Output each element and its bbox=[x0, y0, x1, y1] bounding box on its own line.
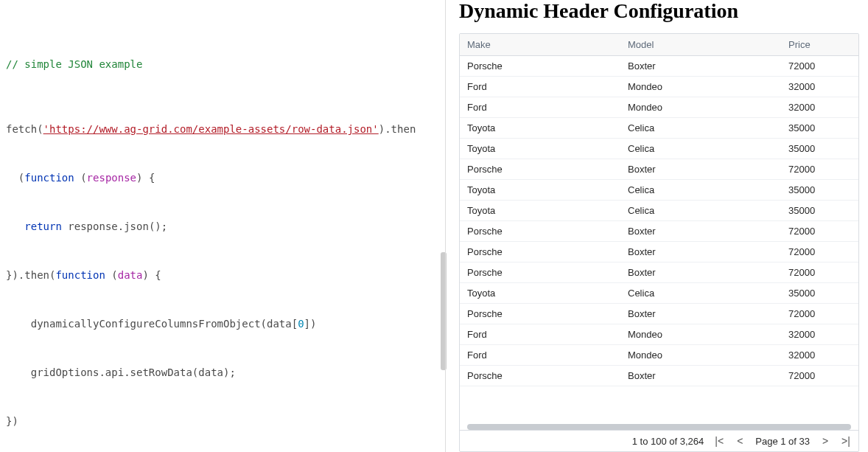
grid-body[interactable]: PorscheBoxter72000FordMondeo32000FordMon… bbox=[460, 56, 858, 423]
grid-horizontal-scrollbar[interactable] bbox=[460, 423, 858, 430]
table-row[interactable]: PorscheBoxter72000 bbox=[460, 56, 858, 77]
fetch-url: 'https://www.ag-grid.com/example-assets/… bbox=[43, 123, 379, 135]
column-header-price[interactable]: Price bbox=[781, 34, 858, 55]
table-cell: Mondeo bbox=[620, 345, 781, 365]
pager-range: 1 to 100 of 3,264 bbox=[632, 436, 704, 447]
data-grid[interactable]: Make Model Price PorscheBoxter72000FordM… bbox=[459, 33, 859, 452]
pager-last-button[interactable]: >| bbox=[841, 435, 851, 447]
table-row[interactable]: FordMondeo32000 bbox=[460, 97, 858, 118]
table-cell: Ford bbox=[460, 324, 620, 344]
table-cell: Celica bbox=[620, 201, 781, 220]
table-cell: Toyota bbox=[460, 139, 620, 159]
table-row[interactable]: ToyotaCelica35000 bbox=[460, 283, 858, 304]
table-row[interactable]: ToyotaCelica35000 bbox=[460, 180, 858, 201]
table-cell: Boxter bbox=[620, 304, 781, 324]
table-cell: Porsche bbox=[460, 262, 620, 282]
table-cell: Porsche bbox=[460, 366, 620, 386]
page-title: Dynamic Header Configuration bbox=[459, 0, 859, 23]
table-row[interactable]: FordMondeo32000 bbox=[460, 77, 858, 97]
table-cell: 32000 bbox=[781, 77, 858, 97]
table-cell: 32000 bbox=[781, 97, 858, 117]
table-cell: 72000 bbox=[781, 159, 858, 179]
pager-first-button[interactable]: |< bbox=[714, 435, 724, 447]
table-cell: Porsche bbox=[460, 56, 620, 76]
code-editor[interactable]: // simple JSON example fetch('https://ww… bbox=[0, 0, 445, 452]
table-cell: 35000 bbox=[781, 201, 858, 220]
table-row[interactable]: FordMondeo32000 bbox=[460, 324, 858, 345]
table-cell: 35000 bbox=[781, 139, 858, 159]
table-cell: Boxter bbox=[620, 262, 781, 282]
table-cell: Boxter bbox=[620, 366, 781, 386]
table-row[interactable]: ToyotaCelica35000 bbox=[460, 139, 858, 159]
table-row[interactable]: PorscheBoxter72000 bbox=[460, 366, 858, 386]
table-cell: 32000 bbox=[781, 324, 858, 344]
table-cell: Boxter bbox=[620, 159, 781, 179]
table-row[interactable]: ToyotaCelica35000 bbox=[460, 201, 858, 221]
pager-next-button[interactable]: > bbox=[820, 435, 830, 447]
table-cell: Celica bbox=[620, 118, 781, 138]
table-cell: 72000 bbox=[781, 366, 858, 386]
table-cell: 35000 bbox=[781, 180, 858, 200]
table-cell: Mondeo bbox=[620, 97, 781, 117]
table-cell: 72000 bbox=[781, 304, 858, 324]
table-cell: Toyota bbox=[460, 283, 620, 303]
table-cell: 72000 bbox=[781, 221, 858, 241]
table-cell: Porsche bbox=[460, 242, 620, 262]
pager: 1 to 100 of 3,264 |< < Page 1 of 33 > >| bbox=[460, 430, 858, 451]
table-cell: 72000 bbox=[781, 56, 858, 76]
pager-prev-button[interactable]: < bbox=[735, 435, 745, 447]
table-cell: 72000 bbox=[781, 242, 858, 262]
table-cell: Toyota bbox=[460, 201, 620, 220]
table-cell: Celica bbox=[620, 180, 781, 200]
table-row[interactable]: PorscheBoxter72000 bbox=[460, 221, 858, 242]
table-cell: 35000 bbox=[781, 283, 858, 303]
table-row[interactable]: ToyotaCelica35000 bbox=[460, 118, 858, 139]
grid-header: Make Model Price bbox=[460, 34, 858, 56]
table-cell: 72000 bbox=[781, 262, 858, 282]
table-cell: Porsche bbox=[460, 221, 620, 241]
table-cell: Boxter bbox=[620, 56, 781, 76]
table-cell: 32000 bbox=[781, 345, 858, 365]
table-cell: Ford bbox=[460, 97, 620, 117]
table-cell: Mondeo bbox=[620, 324, 781, 344]
column-header-make[interactable]: Make bbox=[460, 34, 620, 55]
table-row[interactable]: PorscheBoxter72000 bbox=[460, 242, 858, 262]
table-cell: Ford bbox=[460, 345, 620, 365]
table-cell: 35000 bbox=[781, 118, 858, 138]
column-header-model[interactable]: Model bbox=[620, 34, 781, 55]
table-row[interactable]: PorscheBoxter72000 bbox=[460, 159, 858, 180]
table-cell: Toyota bbox=[460, 118, 620, 138]
table-row[interactable]: FordMondeo32000 bbox=[460, 345, 858, 366]
table-cell: Toyota bbox=[460, 180, 620, 200]
table-cell: Ford bbox=[460, 77, 620, 97]
pager-page: Page 1 of 33 bbox=[755, 436, 810, 447]
table-cell: Porsche bbox=[460, 159, 620, 179]
table-cell: Mondeo bbox=[620, 77, 781, 97]
table-cell: Porsche bbox=[460, 304, 620, 324]
table-cell: Celica bbox=[620, 283, 781, 303]
comment-simple-json: // simple JSON example bbox=[6, 58, 142, 70]
table-row[interactable]: PorscheBoxter72000 bbox=[460, 304, 858, 324]
table-row[interactable]: PorscheBoxter72000 bbox=[460, 262, 858, 283]
table-cell: Boxter bbox=[620, 242, 781, 262]
preview-pane: Dynamic Header Configuration Make Model … bbox=[445, 0, 868, 452]
table-cell: Celica bbox=[620, 139, 781, 159]
table-cell: Boxter bbox=[620, 221, 781, 241]
